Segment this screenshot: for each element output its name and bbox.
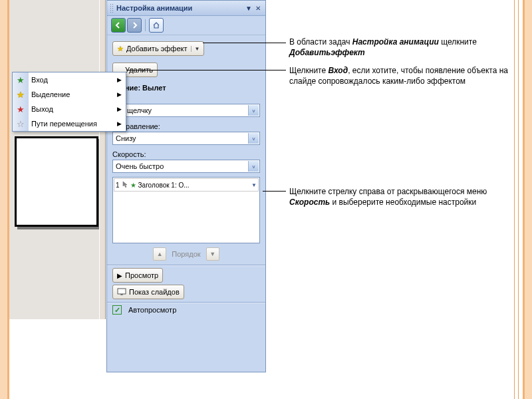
star-icon: ★ [15, 104, 26, 114]
chevron-down-icon: v [248, 161, 259, 172]
menu-item-label: Пути перемещения [31, 120, 97, 128]
chevron-down-icon: ▼ [191, 46, 200, 52]
autopreview-row[interactable]: ✓ Автопросмотр [112, 305, 260, 315]
direction-label: Направление: [112, 122, 260, 130]
change-effect-label: енение: Вылет [112, 84, 260, 92]
direction-value: Снизу [116, 134, 136, 142]
autopreview-label: Автопросмотр [128, 306, 176, 314]
pane-menu-chevron[interactable]: ▼ [244, 3, 253, 13]
play-icon: ▶ [117, 272, 122, 279]
start-combo[interactable]: По щелчку v [112, 104, 260, 117]
nav-home-button[interactable] [149, 18, 164, 33]
pane-header: Настройка анимации ▼ ✕ [107, 1, 265, 16]
speed-label: Скорость: [112, 150, 260, 158]
mouse-icon [122, 181, 128, 189]
submenu-arrow-icon: ▶ [117, 106, 122, 112]
menu-item-exit[interactable]: ★ Выход ▶ [13, 102, 126, 116]
effect-type-icon: ★ [130, 182, 136, 189]
grip-icon [110, 3, 114, 13]
star-icon: ☆ [15, 119, 26, 129]
callout-3: Щелкните стрелку справа от раскрывающего… [289, 186, 512, 207]
submenu-arrow-icon: ▶ [117, 91, 122, 98]
pane-splitter[interactable] [99, 0, 106, 319]
svg-rect-0 [118, 289, 126, 294]
menu-item-label: Выход [31, 105, 53, 113]
star-icon: ★ [15, 75, 26, 85]
slideshow-icon [117, 288, 126, 296]
pane-nav-row [107, 16, 265, 35]
callout-2: Щелкните Вход, если хотите, чтобы появле… [289, 65, 512, 86]
animation-task-pane: Настройка анимации ▼ ✕ ★ Добавить эффект… [106, 0, 266, 372]
add-effect-button[interactable]: ★ Добавить эффект ▼ [112, 41, 204, 56]
menu-item-motion-paths[interactable]: ☆ Пути перемещения ▶ [13, 116, 126, 131]
menu-item-label: Выделение [31, 90, 70, 98]
star-icon: ★ [117, 45, 124, 53]
chevron-down-icon: v [248, 105, 259, 116]
move-up-button[interactable]: ▲ [153, 247, 166, 261]
menu-item-label: Вход [31, 76, 48, 84]
preview-label: Просмотр [125, 271, 158, 279]
leader-line [126, 70, 286, 70]
pane-close-button[interactable]: ✕ [253, 3, 263, 13]
direction-combo[interactable]: Снизу v [112, 132, 260, 145]
autopreview-checkbox[interactable]: ✓ [112, 305, 122, 315]
speed-combo[interactable]: Очень быстро v [112, 160, 260, 173]
effect-index: 1 [116, 182, 120, 189]
effect-type-menu: ★ Вход ▶ ★ Выделение ▶ ★ Выход ▶ ☆ Пути … [12, 72, 126, 132]
effect-list[interactable]: 1 ★ Заголовок 1: О... ▼ [112, 177, 260, 243]
move-down-button[interactable]: ▼ [206, 247, 219, 261]
leader-line [263, 191, 286, 192]
reorder-row: ▲ Порядок ▼ [112, 247, 260, 261]
nav-forward-button[interactable] [127, 18, 142, 33]
slideshow-button[interactable]: Показ слайдов [112, 285, 184, 299]
order-label: Порядок [172, 250, 200, 258]
add-effect-label: Добавить эффект [126, 45, 187, 53]
chevron-down-icon[interactable]: ▼ [251, 182, 257, 188]
submenu-arrow-icon: ▶ [117, 76, 122, 83]
slideshow-label: Показ слайдов [129, 288, 180, 296]
pane-title: Настройка анимации [116, 4, 244, 12]
submenu-arrow-icon: ▶ [117, 120, 122, 127]
slide-thumbnail-column [9, 0, 100, 319]
effect-list-item[interactable]: 1 ★ Заголовок 1: О... ▼ [114, 178, 259, 192]
effect-item-text: Заголовок 1: О... [138, 182, 190, 189]
start-label: ло: [112, 94, 260, 102]
star-icon: ★ [15, 90, 26, 100]
slide-thumbnail[interactable] [15, 136, 98, 227]
leader-line [203, 43, 286, 43]
nav-back-button[interactable] [111, 18, 126, 33]
callout-1: В области задач Настройка анимации щелкн… [289, 37, 512, 58]
menu-item-entrance[interactable]: ★ Вход ▶ [13, 72, 126, 87]
chevron-down-icon: v [248, 133, 259, 144]
preview-button[interactable]: ▶ Просмотр [112, 268, 163, 283]
speed-value: Очень быстро [116, 162, 164, 170]
menu-item-emphasis[interactable]: ★ Выделение ▶ [13, 87, 126, 102]
